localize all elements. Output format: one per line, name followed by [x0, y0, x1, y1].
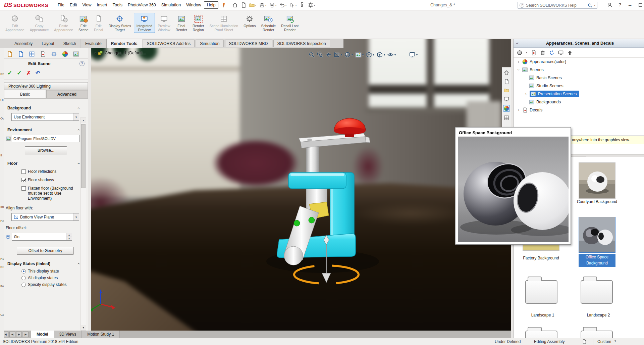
hide-show-items-icon[interactable]	[387, 52, 393, 58]
select-caret-icon[interactable]: ▾	[295, 4, 297, 7]
design-library-tab-icon[interactable]	[504, 79, 509, 84]
options-gear-button[interactable]: ▾	[308, 2, 315, 8]
new-document-button[interactable]	[241, 2, 246, 8]
caret-icon[interactable]: ▾	[526, 51, 527, 54]
caret-icon[interactable]: ▾	[394, 53, 396, 56]
feature-tree-breadcrumb[interactable]: › Changes_& (Default...	[95, 50, 146, 56]
floor-reflections-checkbox[interactable]: Floor reflections	[21, 169, 88, 174]
apply-button[interactable]: ✓	[17, 69, 21, 77]
tree-item-basic-scenes[interactable]: Basic Scenes	[514, 74, 644, 82]
ok-button[interactable]: ✓	[7, 69, 12, 77]
tab-basic[interactable]: Basic	[4, 90, 46, 99]
expand-down-icon[interactable]: ›	[516, 68, 521, 71]
spin-up-icon[interactable]: ▴	[66, 233, 72, 237]
undo-caret-icon[interactable]: ▾	[285, 4, 286, 7]
appearances-manager-tab-icon[interactable]	[62, 51, 68, 57]
expand-icon[interactable]: ›	[524, 92, 528, 96]
dropdown-caret-icon[interactable]: ▾	[73, 213, 79, 220]
caret-icon[interactable]: ▾	[362, 53, 364, 56]
floor-shadows-checkbox[interactable]: Floor shadows	[21, 178, 88, 183]
maximize-icon[interactable]	[639, 3, 642, 7]
configurationmanager-tab-icon[interactable]	[29, 51, 35, 57]
last-tab-icon[interactable]: ▶	[23, 332, 29, 337]
tree-expand-icon[interactable]: ›	[95, 51, 96, 55]
print-button[interactable]: ▾	[269, 2, 276, 8]
apply-appearance-icon[interactable]	[517, 50, 522, 55]
search-input[interactable]	[526, 3, 586, 8]
render-region-button[interactable]: RenderRegion	[190, 13, 207, 33]
help-search-box[interactable]: ? ▾	[518, 2, 597, 9]
tree-item-scenes[interactable]: › Scenes	[514, 66, 644, 74]
browse-button[interactable]: Browse...	[25, 146, 67, 154]
photoview-options-button[interactable]: Options	[241, 13, 258, 29]
appearances-scenes-tab-icon[interactable]	[504, 106, 509, 111]
tab-render-tools[interactable]: Render Tools	[106, 39, 142, 48]
tab-solidworks-inspection[interactable]: SOLIDWORKS Inspection	[273, 40, 330, 47]
view-palette-tab-icon[interactable]	[504, 96, 509, 102]
units-caret-icon[interactable]: ▾	[614, 339, 616, 343]
featuremanager-tab-icon[interactable]	[7, 51, 13, 57]
dropdown-caret-icon[interactable]: ▾	[73, 113, 79, 120]
custom-properties-tab-icon[interactable]	[504, 115, 509, 120]
flatten-floor-checkbox[interactable]: Flatten floor (Background must be set to…	[21, 186, 88, 201]
tab-layout[interactable]: Layout	[37, 39, 59, 48]
print-caret-icon[interactable]: ▾	[275, 4, 276, 7]
refresh-icon[interactable]	[549, 50, 554, 55]
tab-3d-views[interactable]: 3D Views	[54, 331, 82, 338]
menu-insert[interactable]: Insert	[94, 1, 110, 9]
tab-model[interactable]: Model	[31, 331, 54, 338]
tree-item-backgrounds[interactable]: Backgrounds	[514, 98, 644, 106]
options-caret-icon[interactable]: ▾	[314, 4, 315, 7]
open-caret-icon[interactable]: ▾	[255, 4, 256, 7]
integrated-preview-button[interactable]: IntegratedPreview	[134, 13, 155, 33]
environment-path-field[interactable]: C:\Program Files\SOLIDV	[12, 135, 79, 142]
display-states-section-header[interactable]: Display States (linked) ›	[7, 261, 79, 266]
section-view-icon[interactable]	[334, 52, 340, 58]
scene-icon[interactable]	[355, 52, 361, 58]
menu-window[interactable]: Window	[183, 1, 204, 9]
schedule-render-button[interactable]: ScheduleRender	[258, 13, 278, 33]
selected-tree-item[interactable]: Presentation Scenes	[530, 91, 579, 97]
undo-button[interactable]: ▾	[279, 2, 286, 8]
spin-down-icon[interactable]: ▾	[66, 237, 72, 240]
caret-icon[interactable]: ▾	[384, 53, 385, 56]
select-button[interactable]: ▾	[289, 2, 297, 8]
floor-offset-input[interactable]: 0in ▴ ▾	[12, 233, 72, 241]
pin-menu-icon[interactable]	[221, 2, 226, 8]
expand-icon[interactable]: ›	[517, 108, 520, 112]
background-section-header[interactable]: Background ›	[7, 106, 79, 110]
move-up-icon[interactable]	[567, 50, 573, 55]
next-tab-icon[interactable]: ▶	[16, 332, 22, 337]
zoom-fit-icon[interactable]	[309, 52, 315, 58]
tree-item-presentation-scenes[interactable]: › Presentation Scenes	[514, 90, 644, 98]
copy-appearance-button[interactable]: CopyAppearance	[27, 13, 52, 33]
tab-assembly[interactable]: Assembly	[10, 39, 37, 48]
menu-edit[interactable]: Edit	[67, 1, 80, 9]
full-screen-preview-icon[interactable]	[409, 52, 415, 58]
save-button[interactable]: ▾	[259, 2, 266, 8]
radio-icon[interactable]	[21, 276, 26, 280]
collapse-chevron-icon[interactable]: ›	[76, 129, 81, 131]
lighting-section-bar[interactable]: PhotoView 360 Lighting	[4, 82, 88, 90]
specify-display-states-radio[interactable]: Specify display states	[21, 282, 88, 287]
zoom-area-icon[interactable]	[317, 52, 323, 58]
offset-to-geometry-button[interactable]: Offset to Geometry	[17, 247, 74, 255]
align-floor-dropdown[interactable]: Bottom View Plane ▾	[11, 213, 79, 221]
edit-scene-button[interactable]: EditScene	[76, 13, 91, 33]
attach-button[interactable]	[300, 2, 305, 8]
checkbox-checked-icon[interactable]	[21, 178, 26, 182]
landscape-2-folder-icon[interactable]	[581, 280, 613, 304]
appearance-icon[interactable]	[344, 52, 351, 58]
panel-scrollbar[interactable]: ▴ ▾	[80, 117, 86, 331]
custom-units-selector[interactable]: Custom	[597, 339, 611, 344]
menu-help[interactable]: Help	[204, 1, 219, 9]
tab-motion-study-1[interactable]: Motion Study 1	[82, 331, 120, 338]
delete-icon[interactable]	[540, 50, 545, 55]
display-states-target-button[interactable]: Display StatesTarget	[106, 13, 134, 33]
landscape-1-folder-icon[interactable]	[525, 280, 557, 304]
office-space-background-thumbnail[interactable]	[579, 217, 615, 253]
menu-tools[interactable]: Tools	[110, 1, 125, 9]
clamp-handle-bar[interactable]	[299, 133, 370, 148]
edit-decal-button[interactable]: EditDecal	[91, 13, 106, 33]
recall-last-render-button[interactable]: Recall LastRender	[278, 13, 301, 33]
